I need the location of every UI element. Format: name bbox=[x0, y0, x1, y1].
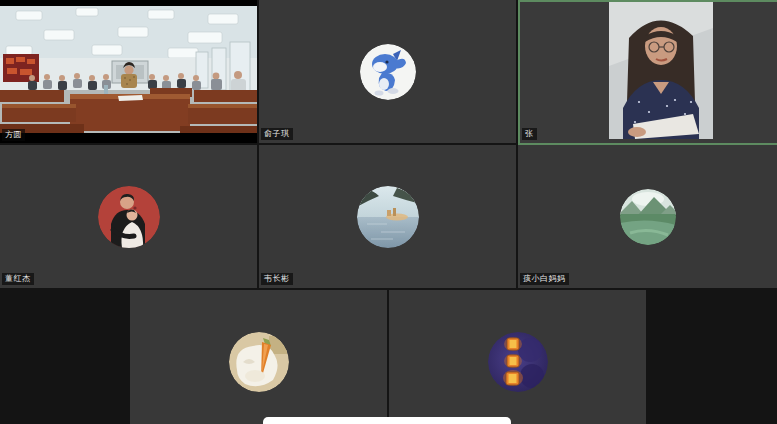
participant-name: 张 bbox=[525, 129, 534, 138]
participant-name: 方圆 bbox=[5, 130, 22, 139]
bottom-popup[interactable] bbox=[263, 417, 511, 424]
participant-tile-classroom[interactable]: 方圆 bbox=[0, 0, 257, 143]
participant-name-label: 韦长彬 bbox=[261, 273, 293, 285]
participant-tile-mascot[interactable]: 俞子琪 bbox=[259, 0, 516, 143]
participant-name-label: 董红杰 bbox=[2, 273, 34, 285]
classroom-video-feed bbox=[0, 6, 257, 133]
purple-lanterns-avatar-icon bbox=[488, 332, 548, 392]
participant-name-label: 张 bbox=[522, 128, 537, 140]
portrait-video-feed bbox=[609, 2, 713, 139]
participant-tile-mountains[interactable]: 孩小白妈妈 bbox=[518, 145, 777, 288]
green-mountains-avatar-icon bbox=[620, 189, 676, 245]
participant-name: 俞子琪 bbox=[264, 129, 290, 138]
white-cat-carrot-avatar-icon bbox=[229, 332, 289, 392]
meeting-grid: 方圆 俞子琪 bbox=[0, 0, 777, 424]
participant-name-label: 孩小白妈妈 bbox=[520, 273, 569, 285]
participant-name-label: 方圆 bbox=[2, 129, 25, 141]
participant-name: 韦长彬 bbox=[264, 274, 290, 283]
participant-tile-active-speaker[interactable]: 张 bbox=[518, 0, 777, 145]
participant-name: 孩小白妈妈 bbox=[523, 274, 566, 283]
lake-scenery-avatar-icon bbox=[357, 186, 419, 248]
blue-mascot-avatar-icon bbox=[360, 44, 416, 100]
participant-tile-lanterns[interactable] bbox=[389, 290, 646, 424]
participant-tile-lake[interactable]: 韦长彬 bbox=[259, 145, 516, 288]
participant-name: 董红杰 bbox=[5, 274, 31, 283]
participant-tile-father-child[interactable]: 董红杰 bbox=[0, 145, 257, 288]
father-and-child-avatar-icon bbox=[98, 186, 160, 248]
participant-tile-cat-carrot[interactable] bbox=[130, 290, 387, 424]
participant-name-label: 俞子琪 bbox=[261, 128, 293, 140]
